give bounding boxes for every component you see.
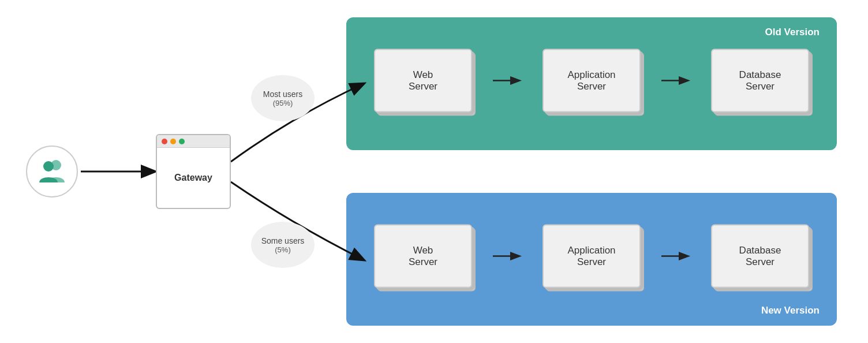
label-bottom-sub: (5%) <box>275 245 290 254</box>
diagram-container: Gateway Most users (95%) Some users (5%)… <box>0 0 868 343</box>
old-db-server: DatabaseServer <box>711 49 809 113</box>
gateway-titlebar <box>157 135 230 148</box>
label-top-sub: (95%) <box>273 99 293 107</box>
users-circle <box>26 146 78 197</box>
gateway-box: Gateway <box>156 134 231 209</box>
gateway-label: Gateway <box>157 148 230 208</box>
arrow-old-1 <box>490 72 525 90</box>
old-web-server: WebServer <box>374 49 472 113</box>
label-top-main: Most users <box>263 90 302 99</box>
dot-green <box>179 139 185 144</box>
arrow-new-2 <box>659 248 693 265</box>
old-servers-row: WebServer ApplicationServer <box>364 49 820 113</box>
arrow-old-2 <box>659 72 693 90</box>
dot-yellow <box>170 139 176 144</box>
old-version-box: Old Version WebServer ApplicationServer <box>346 17 837 150</box>
old-version-label: Old Version <box>765 27 820 38</box>
users-icon <box>37 158 67 185</box>
new-app-server: ApplicationServer <box>542 225 641 288</box>
dot-red <box>162 139 167 144</box>
old-app-server: ApplicationServer <box>542 49 641 113</box>
new-servers-row: WebServer ApplicationServer <box>364 225 820 288</box>
new-db-server: DatabaseServer <box>711 225 809 288</box>
label-bubble-bottom: Some users (5%) <box>251 222 315 268</box>
new-web-server: WebServer <box>374 225 472 288</box>
label-bubble-top: Most users (95%) <box>251 75 315 121</box>
arrow-new-1 <box>490 248 525 265</box>
svg-point-1 <box>43 161 54 172</box>
label-bottom-main: Some users <box>261 236 305 245</box>
new-version-label: New Version <box>761 305 820 316</box>
new-version-box: New Version WebServer ApplicationServer <box>346 193 837 326</box>
